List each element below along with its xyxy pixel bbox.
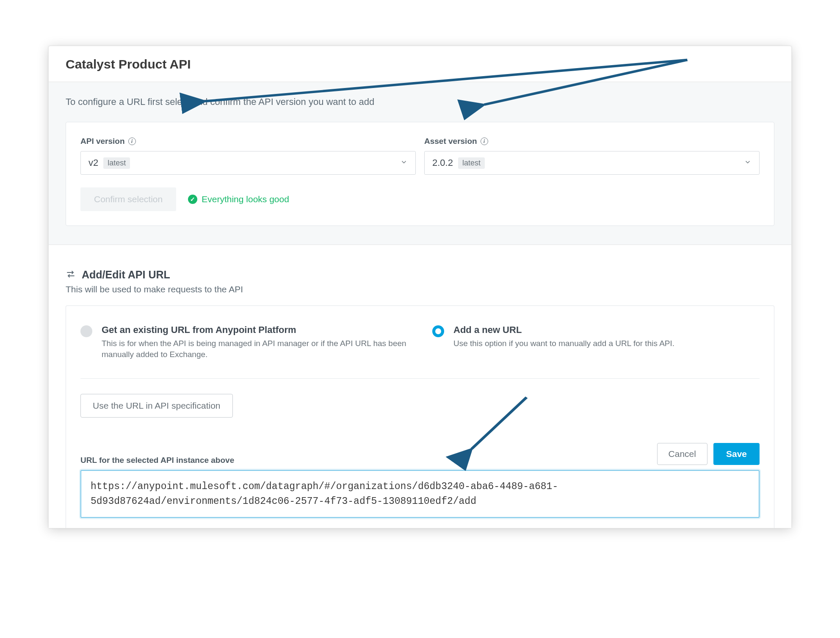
url-option-group: Get an existing URL from Anypoint Platfo… bbox=[80, 324, 760, 360]
status-text: Everything looks good bbox=[202, 194, 289, 204]
api-version-field: API version i v2 latest bbox=[80, 137, 416, 175]
latest-tag: latest bbox=[458, 157, 485, 169]
url-button-group: Cancel Save bbox=[657, 443, 760, 465]
version-section: To configure a URL first select and conf… bbox=[49, 82, 791, 245]
api-config-card: Catalyst Product API To configure a URL … bbox=[48, 46, 792, 528]
save-button[interactable]: Save bbox=[713, 443, 760, 465]
option-existing-url[interactable]: Get an existing URL from Anypoint Platfo… bbox=[80, 324, 408, 360]
url-input-block: URL for the selected API instance above … bbox=[80, 443, 760, 520]
info-icon[interactable]: i bbox=[481, 138, 488, 145]
url-input[interactable] bbox=[80, 470, 760, 518]
info-icon[interactable]: i bbox=[128, 138, 136, 145]
page-title: Catalyst Product API bbox=[66, 57, 774, 72]
confirm-selection-button: Confirm selection bbox=[80, 187, 176, 211]
asset-version-label: Asset version i bbox=[424, 137, 760, 146]
api-version-select[interactable]: v2 latest bbox=[80, 151, 416, 175]
url-panel: Get an existing URL from Anypoint Platfo… bbox=[66, 305, 774, 528]
check-circle-icon: ✓ bbox=[188, 195, 197, 204]
confirm-row: Confirm selection ✓ Everything looks goo… bbox=[80, 187, 760, 211]
option-new-url[interactable]: Add a new URL Use this option if you wan… bbox=[432, 324, 760, 360]
option-existing-desc: This is for when the API is being manage… bbox=[102, 338, 408, 360]
url-heading-text: Add/Edit API URL bbox=[82, 269, 170, 281]
option-existing-title: Get an existing URL from Anypoint Platfo… bbox=[102, 324, 408, 336]
latest-tag: latest bbox=[103, 157, 130, 169]
api-version-label: API version i bbox=[80, 137, 416, 146]
url-section: Add/Edit API URL This will be used to ma… bbox=[49, 245, 791, 528]
use-spec-url-button[interactable]: Use the URL in API specification bbox=[80, 394, 233, 418]
chevron-down-icon bbox=[744, 158, 752, 168]
chevron-down-icon bbox=[400, 158, 408, 168]
radio-unchecked-icon bbox=[80, 325, 92, 337]
api-version-label-text: API version bbox=[80, 137, 125, 146]
asset-version-field: Asset version i 2.0.2 latest bbox=[424, 137, 760, 175]
instruction-text: To configure a URL first select and conf… bbox=[66, 96, 774, 107]
url-input-label: URL for the selected API instance above bbox=[80, 456, 234, 465]
divider bbox=[80, 378, 760, 379]
option-new-desc: Use this option if you want to manually … bbox=[453, 338, 674, 349]
asset-version-label-text: Asset version bbox=[424, 137, 477, 146]
option-new-title: Add a new URL bbox=[453, 324, 674, 336]
url-subheading: This will be used to make requests to th… bbox=[66, 284, 774, 294]
radio-checked-icon bbox=[432, 325, 444, 337]
asset-version-select[interactable]: 2.0.2 latest bbox=[424, 151, 760, 175]
swap-icon bbox=[66, 269, 76, 281]
status-message: ✓ Everything looks good bbox=[188, 194, 289, 204]
url-heading: Add/Edit API URL bbox=[66, 269, 774, 281]
version-panel: API version i v2 latest bbox=[66, 122, 774, 226]
card-header: Catalyst Product API bbox=[49, 46, 791, 82]
asset-version-value: 2.0.2 bbox=[432, 157, 453, 168]
cancel-button[interactable]: Cancel bbox=[657, 443, 707, 465]
api-version-value: v2 bbox=[88, 157, 98, 168]
